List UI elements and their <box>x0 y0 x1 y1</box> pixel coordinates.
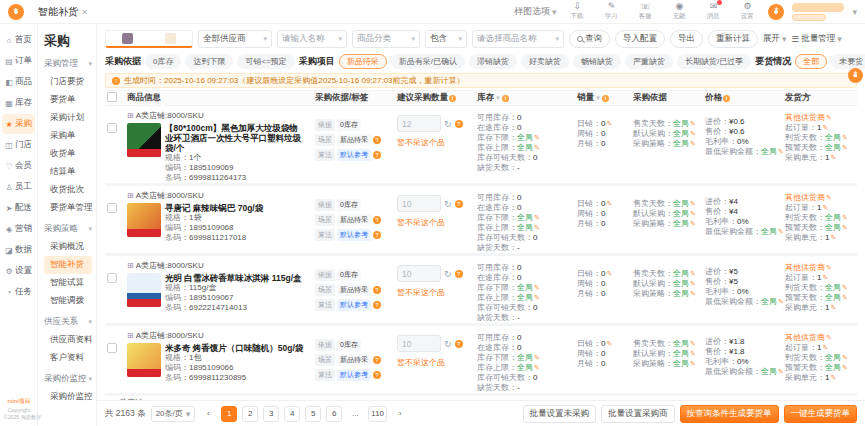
skip-product-link[interactable]: 暂不采这个品 <box>397 137 445 148</box>
edit-icon[interactable]: ✎ <box>822 124 828 131</box>
sidebar-item-price-monitor[interactable]: 采购价监控 <box>44 388 92 406</box>
strategy-link[interactable]: 全局 <box>673 219 689 228</box>
search-button[interactable]: 查询 <box>569 30 610 48</box>
sidebar-item-purchase-order[interactable]: 采购单 <box>44 127 92 145</box>
row-checkbox[interactable] <box>107 273 117 283</box>
edit-icon[interactable]: ✎ <box>606 200 612 207</box>
product-search-input[interactable]: 请选择商品名称▾ <box>472 30 564 48</box>
edit-icon[interactable]: ✎ <box>606 120 612 127</box>
name-input[interactable]: 请输入名称▾ <box>277 30 347 48</box>
help-icon[interactable]: ? <box>455 120 463 128</box>
skip-product-link[interactable]: 暂不采这个品 <box>397 357 445 368</box>
product-name[interactable]: 光明 白雪冰砖香草味冰淇淋 115g/盒 <box>165 273 302 283</box>
edit-icon[interactable]: ✎ <box>842 294 848 301</box>
edit-icon[interactable]: ✎ <box>606 340 612 347</box>
warn-days-link[interactable]: 全局 <box>825 363 841 372</box>
help-icon[interactable]: ? <box>373 151 381 159</box>
recalculate-button[interactable]: 重新计算 <box>708 30 758 48</box>
sell-days-link[interactable]: 全局 <box>673 269 689 278</box>
demand-pill-all[interactable]: 全部 <box>795 54 827 69</box>
edit-icon[interactable]: ✎ <box>778 148 784 155</box>
row-checkbox[interactable] <box>107 123 117 133</box>
edit-icon[interactable]: ✎ <box>534 134 540 141</box>
project-pill-slow-oos[interactable]: 滞销缺货 <box>469 54 517 69</box>
suggest-qty-input[interactable]: 10 <box>397 265 441 282</box>
edit-icon[interactable]: ✎ <box>830 234 836 241</box>
algo-value-chip[interactable]: 默认参考 <box>337 299 371 311</box>
algo-value-chip[interactable]: 默认参考 <box>337 149 371 161</box>
edit-icon[interactable]: ✎ <box>822 204 828 211</box>
edit-icon[interactable]: ✎ <box>690 120 696 127</box>
edit-icon[interactable]: ✎ <box>778 368 784 375</box>
view-tab-2[interactable] <box>149 31 192 46</box>
settings-button[interactable]: ⚙ 设置 <box>734 2 760 21</box>
edit-icon[interactable]: ✎ <box>690 210 696 217</box>
arrival-days-link[interactable]: 全局 <box>825 133 841 142</box>
batch-set-supplier-button[interactable]: 批量设置采购商 <box>601 405 675 423</box>
strategy-link[interactable]: 全局 <box>673 289 689 298</box>
help-icon[interactable]: ? <box>455 270 463 278</box>
rail-item-tasks[interactable]: ◔任务 <box>2 282 35 302</box>
refresh-icon[interactable]: ↻ <box>444 269 452 279</box>
sidebar-item-request-order[interactable]: 要货单 <box>44 91 92 109</box>
basis-pill-zero-stock[interactable]: 0库存 <box>145 54 181 69</box>
arrival-days-link[interactable]: 全局 <box>825 213 841 222</box>
suggest-qty-input[interactable]: 10 <box>397 335 441 352</box>
project-pill-new-confirmed[interactable]: 新品有采/已确认 <box>391 54 465 69</box>
stock-lower-link[interactable]: 全局 <box>517 283 533 292</box>
edit-icon[interactable]: ✎ <box>778 298 784 305</box>
view-tab-1[interactable] <box>106 31 149 46</box>
rail-item-stores[interactable]: ◫门店 <box>2 135 35 155</box>
edit-icon[interactable]: ✎ <box>842 214 848 221</box>
edit-icon[interactable]: ✎ <box>826 334 832 341</box>
edit-icon[interactable]: ✎ <box>778 228 784 235</box>
section-procurement-strategy[interactable]: 采购策略▾ <box>44 223 92 235</box>
rail-item-orders[interactable]: ▤订单 <box>2 51 35 71</box>
refresh-icon[interactable]: ↻ <box>444 339 452 349</box>
section-procurement-mgmt[interactable]: 采购管理▾ <box>44 58 92 70</box>
help-icon[interactable]: ? <box>373 356 381 364</box>
select-all-checkbox[interactable] <box>107 92 117 102</box>
edit-icon[interactable]: ✎ <box>842 224 848 231</box>
edit-icon[interactable]: ✎ <box>534 144 540 151</box>
page-last[interactable]: 110 <box>368 406 387 422</box>
default-purchase-link[interactable]: 全局 <box>673 279 689 288</box>
project-pill-good-oos[interactable]: 好卖缺货 <box>521 54 569 69</box>
match-select[interactable]: 包含▾ <box>425 30 467 48</box>
rail-item-settings[interactable]: ⚙设置 <box>2 261 35 281</box>
download-button[interactable]: ⇩ 下载 <box>564 2 590 21</box>
prev-page-button[interactable]: ‹ <box>200 406 216 422</box>
sort-icon[interactable]: ▼ <box>495 95 501 101</box>
generate-all-button[interactable]: 一键生成要货单 <box>784 405 858 423</box>
rail-item-home[interactable]: ⌂首页 <box>2 30 35 50</box>
edit-icon[interactable]: ✎ <box>534 224 540 231</box>
rail-item-procurement[interactable]: ★采购 <box>2 114 35 134</box>
rail-item-products[interactable]: ◧商品 <box>2 72 35 92</box>
edit-icon[interactable]: ✎ <box>690 350 696 357</box>
rail-item-inventory[interactable]: ▦库存 <box>2 93 35 113</box>
edit-icon[interactable]: ✎ <box>690 220 696 227</box>
sidebar-item-smart-trial[interactable]: 智能试算 <box>44 274 92 292</box>
edit-icon[interactable]: ✎ <box>690 360 696 367</box>
warn-days-link[interactable]: 全局 <box>825 143 841 152</box>
col-sales[interactable]: 销量▼i <box>577 92 633 104</box>
row-checkbox[interactable] <box>107 343 117 353</box>
ai-assistant-icon[interactable]: * <box>848 68 863 83</box>
demand-pill-not-requested[interactable]: 未要货 <box>831 54 865 69</box>
info-icon[interactable]: i <box>602 95 609 102</box>
help-icon[interactable]: ? <box>373 216 381 224</box>
edit-icon[interactable]: ✎ <box>842 144 848 151</box>
rail-item-members[interactable]: ♡会员 <box>2 156 35 176</box>
rail-item-data[interactable]: ◪数据 <box>2 240 35 260</box>
sidebar-item-purchase-overview[interactable]: 采购概况 <box>44 238 92 256</box>
mini-project-label[interactable]: mini项目 <box>3 397 35 406</box>
edit-icon[interactable]: ✎ <box>826 194 832 201</box>
default-purchase-link[interactable]: 全局 <box>673 349 689 358</box>
user-avatar[interactable]: * <box>768 4 784 20</box>
other-supplier-link[interactable]: 其他供货商 <box>785 263 825 272</box>
algo-value-chip[interactable]: 默认参考 <box>337 369 371 381</box>
app-tab-smart-replenish[interactable]: 智能补货 × <box>32 3 93 21</box>
store-group-toggle[interactable]: ⊞A类店铺:8000/SKU <box>127 260 315 271</box>
sell-days-link[interactable]: 全局 <box>673 119 689 128</box>
edit-icon[interactable]: ✎ <box>690 200 696 207</box>
